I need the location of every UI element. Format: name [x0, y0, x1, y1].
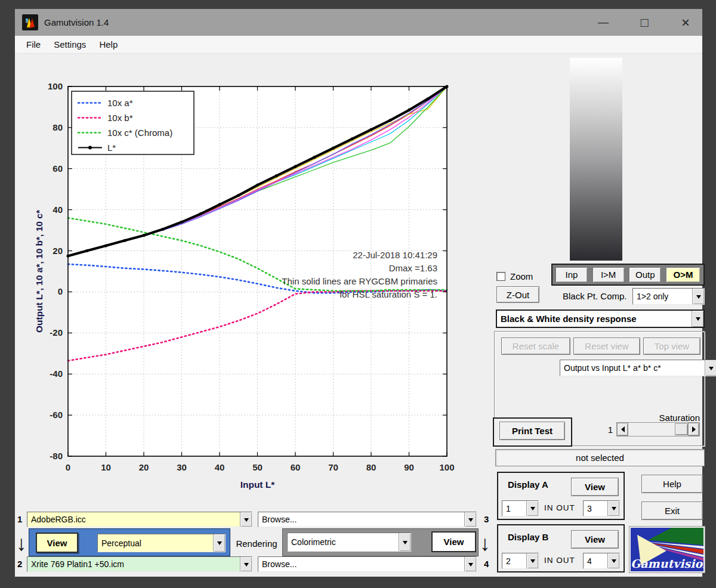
- grayscale-ramp: [570, 58, 622, 261]
- saturation-value: 1: [598, 425, 613, 435]
- chevron-down-icon[interactable]: [240, 512, 252, 527]
- rendering-intent-a-select[interactable]: Perceptual: [97, 534, 226, 552]
- close-icon[interactable]: ×: [672, 9, 699, 36]
- chevron-down-icon[interactable]: [464, 557, 476, 571]
- menu-file[interactable]: File: [20, 38, 47, 51]
- svg-text:Output L*, 10 a*, 10 b*, 10 c*: Output L*, 10 a*, 10 b*, 10 c*: [34, 209, 44, 333]
- black-pt-comp-select[interactable]: 1>2 only: [632, 288, 705, 305]
- slider-right-arrow-icon[interactable]: [688, 423, 699, 436]
- display-b-title: Display B: [508, 532, 548, 542]
- chevron-down-icon[interactable]: [213, 534, 225, 552]
- zoom-checkbox[interactable]: [496, 272, 505, 281]
- display-a-inout-label: IN OUT: [544, 503, 575, 512]
- top-view-button[interactable]: Top view: [643, 338, 700, 355]
- slider-thumb[interactable]: [675, 423, 688, 435]
- svg-text:10x b*: 10x b*: [107, 113, 133, 123]
- maximize-icon[interactable]: □: [631, 9, 658, 36]
- chevron-down-icon[interactable]: [464, 512, 476, 527]
- slot3-number: 3: [484, 514, 489, 524]
- display-b-inout-label: IN OUT: [544, 556, 575, 565]
- svg-text:Thin solid lines are RYGCBM pr: Thin solid lines are RYGCBM primaries: [282, 276, 437, 286]
- o-to-m-button[interactable]: O>M: [666, 267, 700, 283]
- chevron-down-icon[interactable]: [705, 360, 716, 376]
- svg-text:30: 30: [177, 462, 187, 472]
- app-icon: [22, 14, 38, 30]
- svg-text:-20: -20: [50, 327, 63, 338]
- menu-bar: File Settings Help: [15, 36, 702, 54]
- saturation-label: Saturation: [612, 413, 700, 423]
- logo-text: Gamutvision: [631, 557, 703, 570]
- svg-text:Dmax =1.63: Dmax =1.63: [389, 263, 437, 273]
- browse4-select[interactable]: Browse...: [258, 556, 477, 572]
- density-response-chart: 0102030405060708090100-80-60-40-20020406…: [33, 69, 462, 495]
- svg-text:40: 40: [215, 462, 225, 472]
- display-b-in-select[interactable]: 2: [502, 553, 539, 569]
- i-to-m-button[interactable]: I>M: [592, 267, 625, 283]
- chevron-down-icon[interactable]: [607, 501, 619, 516]
- down-arrow-right-icon: ↓: [480, 531, 490, 555]
- chevron-down-icon[interactable]: [692, 311, 703, 327]
- reset-view-button[interactable]: Reset view: [573, 338, 640, 355]
- rendering-intent-b-select[interactable]: Colorimetric: [287, 533, 411, 552]
- svg-text:for HSL saturation S = 1.: for HSL saturation S = 1.: [340, 289, 437, 299]
- app-window: Gamutvision 1.4 — □ × File Settings Help…: [15, 9, 702, 577]
- window-title: Gamutvision 1.4: [44, 17, 109, 27]
- menu-help[interactable]: Help: [92, 38, 124, 51]
- slider-left-arrow-icon[interactable]: [617, 423, 628, 436]
- help-button[interactable]: Help: [641, 475, 703, 493]
- display-a-view-button[interactable]: View: [571, 478, 619, 496]
- menu-settings[interactable]: Settings: [47, 38, 92, 51]
- plot-type-select[interactable]: Output vs Input L* a* b* c*: [560, 360, 716, 376]
- rendering-label: Rendering: [232, 539, 282, 549]
- saturation-slider[interactable]: [616, 422, 700, 437]
- inp-button[interactable]: Inp: [555, 267, 588, 283]
- svg-text:40: 40: [53, 205, 63, 215]
- browse3-select[interactable]: Browse...: [258, 512, 477, 527]
- chevron-down-icon[interactable]: [526, 553, 538, 568]
- display-b-view-button[interactable]: View: [571, 530, 619, 549]
- chevron-down-icon[interactable]: [607, 553, 619, 568]
- reset-scale-button[interactable]: Reset scale: [501, 338, 570, 355]
- profile2-select[interactable]: Xrite 769 Platin1 +50.icm: [27, 556, 252, 572]
- svg-text:20: 20: [53, 246, 63, 256]
- svg-text:90: 90: [404, 462, 414, 472]
- z-out-button[interactable]: Z-Out: [496, 286, 539, 303]
- svg-text:10x c* (Chroma): 10x c* (Chroma): [107, 128, 172, 138]
- view-1-2-button[interactable]: View: [36, 533, 78, 553]
- svg-text:60: 60: [53, 163, 63, 174]
- display-a-in-select[interactable]: 1: [502, 500, 539, 516]
- svg-text:-60: -60: [50, 410, 63, 420]
- view-3-4-button[interactable]: View: [431, 531, 476, 552]
- chevron-down-icon[interactable]: [240, 557, 252, 571]
- down-arrow-left-icon: ↓: [16, 531, 27, 555]
- print-test-button[interactable]: Print Test: [499, 422, 565, 440]
- black-pt-comp-label: Black Pt. Comp.: [563, 291, 627, 301]
- exit-button[interactable]: Exit: [641, 502, 703, 520]
- svg-text:-40: -40: [50, 369, 63, 379]
- svg-text:70: 70: [328, 462, 338, 472]
- svg-text:50: 50: [252, 462, 263, 472]
- chevron-down-icon[interactable]: [526, 501, 538, 516]
- svg-text:22-Jul-2018 10:41:29: 22-Jul-2018 10:41:29: [353, 250, 437, 260]
- outp-button[interactable]: Outp: [629, 267, 661, 283]
- status-panel: not selected: [495, 449, 705, 466]
- svg-text:100: 100: [48, 81, 63, 91]
- svg-text:L*: L*: [107, 143, 116, 153]
- slot2-number: 2: [17, 559, 22, 569]
- svg-text:100: 100: [439, 462, 454, 472]
- svg-text:20: 20: [139, 462, 149, 472]
- display-a-out-select[interactable]: 3: [583, 500, 620, 516]
- svg-text:-80: -80: [50, 451, 63, 461]
- svg-text:80: 80: [366, 462, 376, 472]
- chevron-down-icon[interactable]: [692, 289, 704, 304]
- minimize-icon[interactable]: —: [590, 9, 617, 36]
- title-bar: Gamutvision 1.4 — □ ×: [15, 9, 702, 36]
- chevron-down-icon[interactable]: [399, 533, 411, 551]
- display-a-title: Display A: [508, 479, 548, 490]
- display-b-out-select[interactable]: 4: [583, 553, 620, 569]
- svg-text:10: 10: [101, 462, 111, 472]
- display-mode-select[interactable]: Black & White density response: [496, 310, 705, 328]
- svg-text:60: 60: [291, 462, 301, 472]
- profile1-select[interactable]: AdobeRGB.icc: [27, 512, 252, 527]
- svg-text:10x a*: 10x a*: [107, 98, 133, 108]
